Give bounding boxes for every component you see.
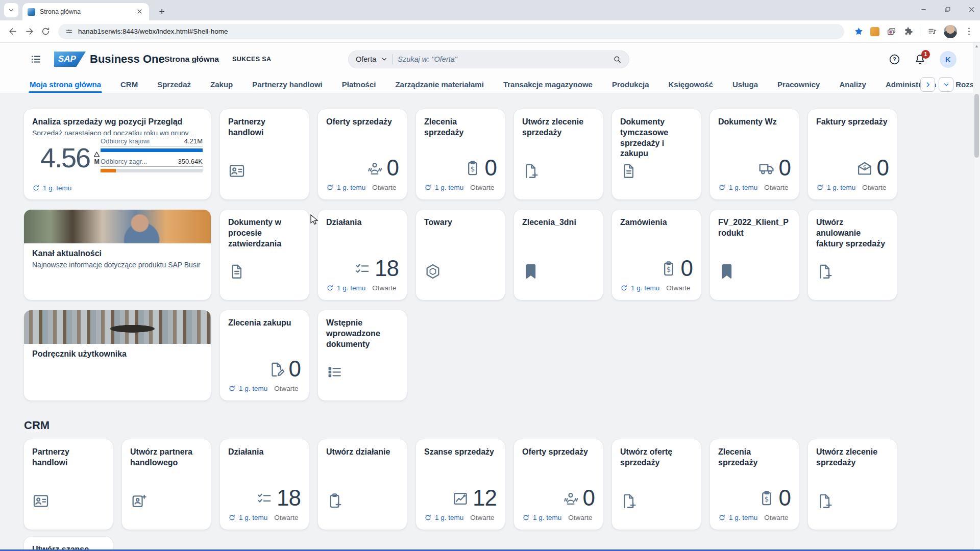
tile-crm-dzialania[interactable]: Działania 18 1 g. temuOtwarte	[220, 439, 309, 530]
create-document-icon	[816, 263, 834, 280]
tile-oferty-sprzedazy[interactable]: Oferty sprzedaży 0 1 g. temuOtwarte	[318, 109, 407, 199]
tile-crm-zlecenia-sprzedazy[interactable]: Zlecenia sprzedaży $0 1 g. temuOtwarte	[710, 439, 799, 530]
tile-kanal-aktualnosci[interactable]: Kanał aktualności Najnowsze informacje d…	[24, 210, 211, 300]
tile-utworz-szanse[interactable]: Utwórz szanse	[24, 537, 113, 551]
search-placeholder[interactable]: Szukaj w: "Oferta"	[398, 55, 608, 63]
extensions-puzzle-icon[interactable]	[903, 27, 913, 37]
tile-dokumenty-wz[interactable]: Dokumenty Wz 0 1 g. temuOtwarte	[710, 109, 799, 199]
tile-dokumenty-w-procesie[interactable]: Dokumenty w procesie zatwierdzania	[220, 210, 309, 300]
tile-subtitle: Najnowsze informacje dotyczące produktu …	[32, 261, 203, 269]
refresh-icon	[32, 184, 40, 192]
back-button[interactable]	[6, 25, 19, 38]
tile-partnerzy-handlowi[interactable]: Partnerzy handlowi	[220, 109, 309, 199]
contact-card-icon	[228, 162, 246, 180]
nav-item-pracownicy[interactable]: Pracownicy	[777, 76, 820, 93]
user-avatar[interactable]: K	[940, 51, 957, 68]
media-controls-icon[interactable]	[927, 27, 937, 37]
tile-crm-utworz-dzialanie[interactable]: Utwórz działanie	[318, 439, 407, 530]
tile-title: Utwórz anulowanie faktury sprzedaży	[816, 217, 889, 249]
reload-button[interactable]	[39, 25, 52, 38]
tile-faktury-sprzedazy[interactable]: Faktury sprzedaży $0 1 g. temuOtwarte	[808, 109, 897, 199]
nav-item-transakcje-magazynowe[interactable]: Transakcje magazynowe	[503, 76, 593, 93]
tile-zlecenia-zakupu[interactable]: Zlecenia zakupu 0 1 g. temuOtwarte	[220, 310, 309, 400]
tile-crm-utworz-oferte[interactable]: Utwórz ofertę sprzedaży	[612, 439, 701, 530]
tile-zlecenia-3dni[interactable]: Zlecenia_3dni	[514, 210, 603, 300]
global-search[interactable]: Oferta Szukaj w: "Oferta"	[348, 51, 629, 68]
url-text[interactable]: hanab1serwis:8443/webx/index.html#Shell-…	[78, 28, 228, 35]
tile-utworz-zlecenie-sprzedazy[interactable]: Utwórz zlecenie sprzedaży	[514, 109, 603, 199]
scrollbar-up-arrow[interactable]: ▲	[973, 44, 980, 48]
chevron-down-icon[interactable]	[381, 56, 388, 63]
nav-item-crm[interactable]: CRM	[120, 76, 138, 93]
tile-refresh-time: 1 g. temu	[239, 514, 267, 521]
tile-title: Partnerzy handlowi	[32, 447, 105, 468]
tile-crm-utworz-zlecenie[interactable]: Utwórz zlecenie sprzedaży	[808, 439, 897, 530]
tile-zlecenia-sprzedazy[interactable]: Zlecenia sprzedaży $0 1 g. temuOtwarte	[416, 109, 505, 199]
nav-item-ksiegowosc[interactable]: Księgowość	[669, 76, 714, 93]
scrollbar-thumb[interactable]	[974, 94, 979, 158]
sales-order-icon: $	[464, 160, 481, 177]
extension-icon[interactable]	[870, 27, 879, 36]
create-document-icon	[522, 162, 540, 180]
browser-tabstrip: Strona główna +	[0, 0, 980, 20]
sales-quote-icon	[366, 160, 383, 177]
tile-zamowienia[interactable]: Zamówienia $0 1 g. temuOtwarte	[612, 210, 701, 300]
close-button[interactable]	[968, 6, 975, 15]
tile-refresh-time: 1 g. temu	[337, 184, 365, 191]
url-bar[interactable]: hanab1serwis:8443/webx/index.html#Shell-…	[58, 24, 844, 39]
site-settings-icon[interactable]	[65, 28, 73, 35]
search-scope[interactable]: Oferta	[356, 55, 376, 63]
tile-title: Działania	[228, 447, 301, 458]
nav-item-partnerzy-handlowi[interactable]: Partnerzy handlowi	[252, 76, 323, 93]
tile-crm-partnerzy-handlowi[interactable]: Partnerzy handlowi	[24, 439, 113, 530]
tile-wstepnie-wprowadzone-dokumenty[interactable]: Wstępnie wprowadzone dokumenty	[318, 310, 407, 400]
screen: Strona główna + hanab1serwis:8443/webx/i…	[0, 0, 980, 551]
tile-title: Oferty sprzedaży	[326, 117, 399, 128]
tile-dokumenty-tymczasowe[interactable]: Dokumenty tymczasowe sprzedaży i zakupu	[612, 109, 701, 199]
bookmark-star-icon[interactable]	[853, 27, 864, 37]
tab-search-button[interactable]	[4, 3, 18, 17]
nav-item-sprzedaz[interactable]: Sprzedaż	[157, 76, 191, 93]
browser-tab[interactable]: Strona główna	[22, 3, 149, 20]
tile-utworz-anulowanie-faktury[interactable]: Utwórz anulowanie faktury sprzedaży	[808, 210, 897, 300]
nav-item-analizy[interactable]: Analizy	[839, 76, 866, 93]
menu-icon[interactable]	[30, 53, 42, 65]
browser-profile-avatar[interactable]	[944, 25, 957, 38]
tile-towary[interactable]: Towary	[416, 210, 505, 300]
tile-state: Otwarte	[568, 514, 592, 521]
nav-item-platnosci[interactable]: Płatności	[342, 76, 376, 93]
new-tab-button[interactable]: +	[155, 5, 168, 18]
nav-overflow-button[interactable]	[939, 77, 953, 92]
kpi-trend: M	[93, 151, 101, 165]
side-panel-icon[interactable]	[886, 27, 896, 37]
invoice-icon: $	[856, 160, 873, 177]
nav-item-produkcja[interactable]: Produkcja	[612, 76, 649, 93]
nav-item-zarzadzanie-materialami[interactable]: Zarządzanie materiałami	[395, 76, 483, 93]
notifications-bell-icon[interactable]: 1	[914, 54, 926, 65]
kpi-unit-label: M	[94, 158, 99, 165]
tile-crm-oferty-sprzedazy[interactable]: Oferty sprzedaży 0 1 g. temuOtwarte	[514, 439, 603, 530]
tile-fv-2022-klient-produkt[interactable]: FV_2022_Klient_Produkt	[710, 210, 799, 300]
tile-crm-utworz-partnera[interactable]: Utwórz partnera handlowego	[122, 439, 211, 530]
minimize-button[interactable]	[920, 6, 927, 15]
notifications-badge: 1	[921, 50, 930, 59]
forward-button[interactable]	[22, 25, 36, 38]
nav-item-usluga[interactable]: Usługa	[732, 76, 758, 93]
help-icon[interactable]: ?	[889, 54, 900, 65]
nav-item-zakup[interactable]: Zakup	[210, 76, 233, 93]
maximize-button[interactable]	[944, 6, 951, 15]
tile-analiza-sprzedazy[interactable]: Analiza sprzedaży wg pozycji Przegląd Sp…	[24, 109, 211, 199]
search-icon[interactable]	[613, 55, 622, 64]
nav-scroll-right-button[interactable]	[920, 77, 935, 92]
sap-shell-header: SAP Business One Strona główna SUKCES SA…	[0, 43, 980, 76]
tile-dzialania[interactable]: Działania 18 1 g. temuOtwarte	[318, 210, 407, 300]
bar-value: 350.64K	[178, 158, 203, 165]
nav-item-moja-strona-glowna[interactable]: Moja strona główna	[30, 76, 101, 93]
tile-crm-szanse-sprzedazy[interactable]: Szanse sprzedaży 12 1 g. temuOtwarte	[416, 439, 505, 530]
tile-podrecznik-uzytkownika[interactable]: Podręcznik użytkownika	[24, 310, 211, 400]
tab-close-icon[interactable]	[136, 8, 144, 16]
browser-menu-icon[interactable]	[964, 27, 974, 37]
tile-state: Otwarte	[470, 184, 494, 191]
refresh-icon	[424, 514, 432, 521]
page-scrollbar[interactable]: ▲	[973, 43, 980, 549]
